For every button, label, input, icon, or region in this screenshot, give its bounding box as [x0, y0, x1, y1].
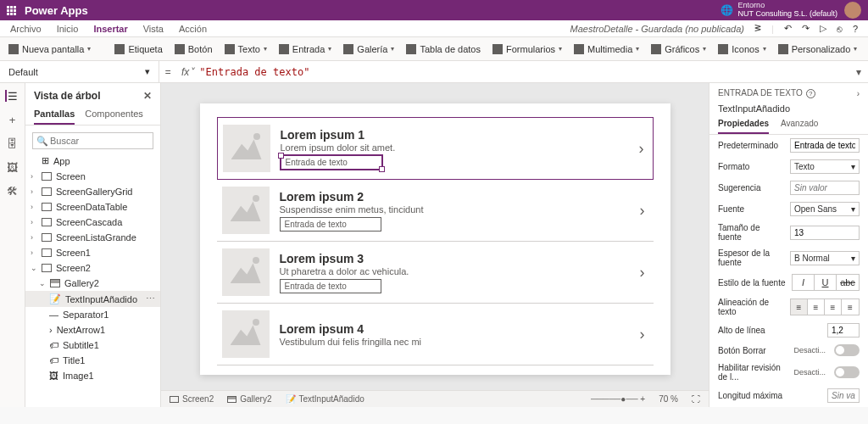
gallery-item[interactable]: Lorem ipsum 4 Vestibulum dui felis fring…	[217, 304, 654, 365]
node-title[interactable]: 🏷Title1	[25, 353, 160, 368]
node-gallery2[interactable]: ⌄Gallery2	[25, 276, 160, 291]
tab-pantallas[interactable]: Pantallas	[34, 109, 75, 125]
tab-componentes[interactable]: Componentes	[85, 109, 143, 125]
tab-avanzado[interactable]: Avanzado	[781, 119, 818, 134]
formula-input[interactable]: "Entrada de texto"	[199, 66, 849, 78]
item-textinput[interactable]: Entrada de texto	[281, 155, 382, 170]
italic-btn[interactable]: I	[793, 275, 815, 290]
help-q-icon[interactable]: ?	[806, 89, 815, 98]
underline-btn[interactable]: U	[815, 275, 837, 290]
menu-vista[interactable]: Vista	[143, 24, 164, 34]
rb-multimedia[interactable]: Multimedia▾	[574, 44, 639, 54]
environment-icon[interactable]: 🌐	[721, 4, 733, 16]
prop-formato[interactable]: FormatoTexto▾	[709, 156, 868, 177]
rb-tabla[interactable]: Tabla de datos	[406, 44, 481, 54]
prop-longitud[interactable]: Longitud máxima	[709, 385, 868, 406]
breadcrumb-control[interactable]: 📝TextInputAñadido	[286, 394, 364, 404]
help-icon[interactable]: ?	[853, 24, 858, 34]
node-screen[interactable]: ›ScreenGalleryGrid	[25, 184, 160, 199]
prop-tam-fuente[interactable]: Tamaño de fuente	[709, 220, 868, 245]
breadcrumb-screen[interactable]: Screen2	[170, 394, 214, 404]
align-right-icon[interactable]: ≡	[825, 299, 842, 315]
node-nextarrow[interactable]: ›NextArrow1	[25, 322, 160, 338]
waffle-icon[interactable]	[7, 6, 16, 15]
menu-insertar[interactable]: Insertar	[93, 24, 127, 34]
prop-modo[interactable]: ModoLínea única▾	[709, 406, 868, 407]
share-icon[interactable]: ⎋	[837, 24, 843, 34]
prop-fuente[interactable]: FuenteOpen Sans▾	[709, 198, 868, 220]
rb-personalizado[interactable]: Personalizado▾	[778, 44, 858, 54]
node-screen[interactable]: ›Screen1	[25, 245, 160, 260]
close-tree-icon[interactable]: ✕	[143, 90, 152, 102]
rb-galeria[interactable]: Galería▾	[343, 44, 394, 54]
redo-icon[interactable]: ↷	[802, 23, 810, 34]
menu-archivo[interactable]: Archivo	[10, 24, 42, 34]
node-screen[interactable]: ›ScreenListaGrande	[25, 230, 160, 245]
fx-icon[interactable]: fx˅	[176, 66, 199, 78]
search-input[interactable]	[32, 132, 153, 149]
app-icon: ⊞	[42, 155, 49, 166]
rail-tools-icon[interactable]: 🛠	[6, 185, 19, 197]
prop-espesor[interactable]: Espesor de la fuenteB Normal▾	[709, 245, 868, 271]
rail-tree-icon[interactable]: ☰	[5, 90, 19, 102]
prop-sugerencia[interactable]: Sugerencia	[709, 177, 868, 198]
prop-revision[interactable]: Habilitar revisión de l...Desacti...	[709, 360, 868, 385]
chevron-right-icon[interactable]: ›	[637, 264, 648, 282]
node-separator[interactable]: —Separator1	[25, 307, 160, 322]
rb-entrada[interactable]: Entrada▾	[279, 44, 332, 54]
design-screen[interactable]: Lorem ipsum 1 Lorem ipsum dolor sit amet…	[200, 103, 670, 375]
rb-iconos[interactable]: Iconos▾	[718, 44, 765, 54]
gallery-item[interactable]: Lorem ipsum 1 Lorem ipsum dolor sit amet…	[217, 117, 654, 180]
environment[interactable]: Entorno NUT Consulting S.L. (default)	[738, 2, 837, 19]
prop-alto-linea[interactable]: Alto de línea	[709, 320, 868, 341]
play-icon[interactable]: ▷	[820, 23, 826, 34]
avatar[interactable]	[844, 2, 861, 19]
item-subtitle: Suspendisse enim metus, tincidunt	[280, 204, 637, 215]
node-screen2[interactable]: ⌄Screen2	[25, 260, 160, 276]
node-app[interactable]: ⊞App	[25, 153, 160, 169]
expand-formula-icon[interactable]: ▾	[849, 66, 868, 78]
chevron-right-icon[interactable]: ›	[636, 140, 648, 158]
rail-media-icon[interactable]: 🖼	[6, 161, 19, 173]
breadcrumb-gallery[interactable]: Gallery2	[227, 394, 271, 404]
rb-etiqueta[interactable]: Etiqueta	[114, 44, 162, 54]
property-selector[interactable]: Default▾	[0, 61, 159, 82]
node-image[interactable]: 🖼Image1	[25, 368, 160, 383]
item-textinput[interactable]: Entrada de texto	[280, 279, 381, 293]
tab-propiedades[interactable]: Propiedades	[718, 119, 769, 134]
strike-btn[interactable]: abc	[837, 275, 859, 290]
expand-prop-icon[interactable]: ›	[857, 89, 860, 98]
rb-boton[interactable]: Botón	[175, 44, 213, 54]
node-subtitle[interactable]: 🏷Subtitle1	[25, 338, 160, 353]
zoom-slider[interactable]: ─────●── +	[591, 394, 645, 404]
rb-nueva-pantalla[interactable]: Nueva pantalla▾	[8, 44, 91, 54]
node-textinput[interactable]: 📝TextInputAñadido⋯	[25, 291, 160, 307]
fit-icon[interactable]: ⛶	[692, 394, 700, 404]
rail-insert-icon[interactable]: +	[6, 114, 19, 126]
align-left-icon[interactable]: ≡	[791, 299, 808, 315]
node-screen[interactable]: ›ScreenCascada	[25, 215, 160, 230]
rb-formularios[interactable]: Formularios▾	[492, 44, 562, 54]
menu-accion[interactable]: Acción	[179, 24, 207, 34]
align-center-icon[interactable]: ≡	[808, 299, 825, 315]
node-screen[interactable]: ›ScreenDataTable	[25, 199, 160, 215]
more-icon[interactable]: ⋯	[146, 293, 155, 304]
prop-borrar[interactable]: Botón BorrarDesacti...	[709, 341, 868, 360]
ribbon: Nueva pantalla▾ Etiqueta Botón Texto▾ En…	[0, 37, 868, 61]
chevron-right-icon[interactable]: ›	[637, 202, 648, 220]
tree-search[interactable]: 🔍	[32, 132, 153, 149]
tree-title: Vista de árbol	[34, 90, 100, 102]
app-checker-icon[interactable]: ᕒ	[754, 23, 761, 34]
rb-graficos[interactable]: Gráficos▾	[651, 44, 706, 54]
prop-predeterminado[interactable]: Predeterminado	[709, 135, 868, 156]
chevron-right-icon[interactable]: ›	[637, 326, 648, 343]
gallery-item[interactable]: Lorem ipsum 2 Suspendisse enim metus, ti…	[217, 180, 654, 242]
item-textinput[interactable]: Entrada de texto	[280, 217, 381, 232]
gallery-item[interactable]: Lorem ipsum 3 Ut pharetra a dolor ac veh…	[217, 242, 654, 304]
rb-texto[interactable]: Texto▾	[225, 44, 267, 54]
undo-icon[interactable]: ↶	[784, 23, 792, 34]
rail-data-icon[interactable]: 🗄	[6, 137, 19, 149]
align-justify-icon[interactable]: ≡	[842, 299, 859, 315]
menu-inicio[interactable]: Inicio	[57, 24, 79, 34]
node-screen[interactable]: ›Screen	[25, 169, 160, 184]
